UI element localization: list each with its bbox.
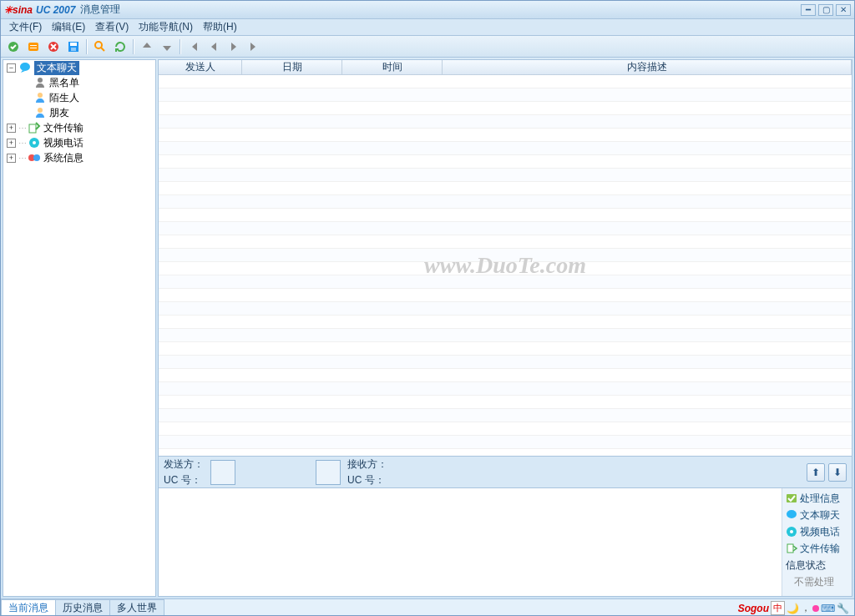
import-icon [27,40,40,53]
tree-video-call[interactable]: + ⋯ 视频电话 [3,135,155,150]
svg-point-18 [33,154,40,161]
table-row[interactable] [159,356,852,369]
svg-point-11 [38,78,43,83]
ime-comma-icon[interactable]: ， [801,601,811,615]
expand-icon[interactable]: + [7,139,16,148]
tool-export-button[interactable] [4,38,23,55]
expand-icon[interactable]: + [7,124,16,133]
close-button[interactable]: ✕ [836,4,851,16]
tool-next-button[interactable] [225,38,243,55]
tool-search-button[interactable] [91,38,109,55]
table-row[interactable] [159,195,852,209]
scroll-up-button[interactable]: ⬆ [807,463,825,482]
menu-nav[interactable]: 功能导航(N) [134,20,198,34]
scroll-down-button[interactable]: ⬇ [828,463,847,482]
table-row[interactable] [159,155,852,169]
table-row[interactable] [159,302,852,316]
ime-bar[interactable]: Sogou 中 🌙 ， ⌨ 🔧 [738,601,854,615]
message-text[interactable] [159,488,782,596]
tool-import-button[interactable] [24,38,43,55]
table-body[interactable]: www.DuoTe.com for(let i=0;i<30;i++)docum… [159,75,852,456]
table-row[interactable] [159,182,852,195]
titlebar: ✳sina UC 2007 消息管理 ━ ▢ ✕ [1,1,854,19]
table-row[interactable] [159,249,852,262]
tab-current[interactable]: 当前消息 [1,599,56,615]
tool-down-button[interactable] [158,38,176,55]
arrow-up-icon [140,40,154,53]
table-row[interactable] [159,209,852,222]
ime-keyboard-icon[interactable]: ⌨ [821,603,835,614]
table-row[interactable] [159,422,852,436]
svg-rect-19 [787,494,797,502]
table-row[interactable] [159,262,852,275]
uc-right-label: UC 号： [347,473,387,487]
table-row[interactable] [159,382,852,396]
tool-refresh-button[interactable] [111,38,129,55]
table-row[interactable] [159,235,852,249]
table-row[interactable] [159,75,852,88]
menu-file[interactable]: 文件(F) [4,20,47,34]
col-date[interactable]: 日期 [242,60,342,74]
col-desc[interactable]: 内容描述 [443,60,852,74]
tool-first-button[interactable] [185,38,203,55]
table-row[interactable] [159,436,852,449]
svg-line-9 [101,48,104,51]
ime-dot-icon[interactable] [812,605,819,612]
table-row[interactable] [159,342,852,356]
table-row[interactable] [159,88,852,102]
category-tree[interactable]: − 文本聊天 黑名单 陌生人 朋友 + ⋯ 文件传输 [3,59,156,597]
tab-world[interactable]: 多人世界 [109,599,164,615]
table-row[interactable] [159,316,852,329]
tree-file-transfer[interactable]: + ⋯ 文件传输 [3,120,155,135]
tool-delete-button[interactable] [44,38,63,55]
table-row[interactable] [159,449,852,456]
maximize-button[interactable]: ▢ [818,4,833,16]
receiver-label: 接收方： [347,457,387,472]
table-row[interactable] [159,396,852,409]
action-process[interactable]: 处理信息 [782,490,852,507]
action-text-chat[interactable]: 文本聊天 [782,507,852,523]
table-row[interactable] [159,409,852,422]
message-table: 发送人 日期 时间 内容描述 www.DuoTe.com for(let i=0… [158,59,852,457]
tool-prev-button[interactable] [205,38,223,55]
tree-system-info[interactable]: + ⋯ 系统信息 [3,150,155,165]
table-row[interactable] [159,102,852,115]
tree-friend[interactable]: 朋友 [3,105,155,120]
svg-point-12 [38,93,43,98]
table-row[interactable] [159,369,852,382]
minimize-button[interactable]: ━ [801,4,816,16]
table-row[interactable] [159,275,852,289]
action-video-call[interactable]: 视频电话 [782,523,852,540]
svg-point-8 [95,42,102,48]
collapse-icon[interactable]: − [7,63,16,73]
tree-blacklist[interactable]: 黑名单 [3,75,155,90]
ime-lang[interactable]: 中 [771,601,785,615]
tree-text-chat[interactable]: − 文本聊天 [3,60,155,75]
menu-edit[interactable]: 编辑(E) [47,20,90,34]
tab-history[interactable]: 历史消息 [55,599,110,615]
col-sender[interactable]: 发送人 [159,60,242,74]
table-row[interactable] [159,222,852,235]
menubar: 文件(F) 编辑(E) 查看(V) 功能导航(N) 帮助(H) [1,19,854,36]
table-row[interactable] [159,142,852,155]
table-row[interactable] [159,129,852,142]
tool-save-button[interactable] [64,38,83,55]
table-row[interactable] [159,115,852,129]
expand-icon[interactable]: + [7,154,16,163]
table-row[interactable] [159,329,852,342]
ime-moon-icon[interactable]: 🌙 [787,603,799,614]
table-row[interactable] [159,169,852,182]
col-time[interactable]: 时间 [342,60,443,74]
uc2007-logo: UC 2007 [36,4,75,16]
tool-up-button[interactable] [138,38,156,55]
menu-help[interactable]: 帮助(H) [198,20,242,34]
tree-stranger[interactable]: 陌生人 [3,90,155,105]
table-row[interactable] [159,289,852,302]
menu-view[interactable]: 查看(V) [90,20,134,34]
ime-tool-icon[interactable]: 🔧 [837,603,849,614]
action-file-transfer[interactable]: 文件传输 [782,540,852,557]
tool-last-button[interactable] [245,38,263,55]
uc-left-label: UC 号： [164,473,204,487]
svg-rect-3 [30,48,37,48]
person-blue-icon [33,91,47,104]
